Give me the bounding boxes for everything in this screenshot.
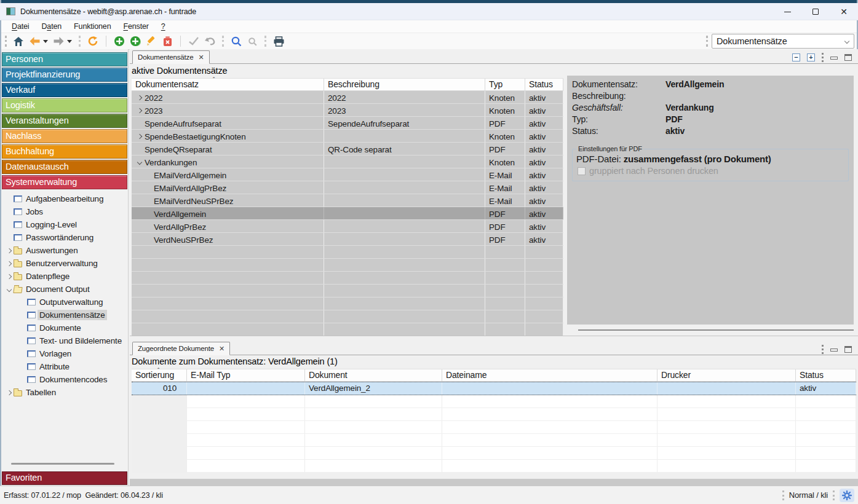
folder-icon <box>14 274 22 280</box>
panel-menu-icon[interactable] <box>822 345 824 354</box>
column-header-dokumentensatz[interactable]: Dokumentensatzˆ <box>132 79 324 91</box>
tree-item-dokumentens-tze[interactable]: Dokumentensätze <box>1 309 129 321</box>
menu-fenster[interactable]: Fenster <box>117 21 154 32</box>
tree-item-vorlagen[interactable]: Vorlagen <box>1 347 129 360</box>
toolbar-grip[interactable] <box>5 36 7 47</box>
column-header-drucker[interactable]: Drucker <box>657 369 796 382</box>
tree-item-dokumentencodes[interactable]: Dokumentencodes <box>1 373 129 386</box>
back-icon[interactable] <box>28 34 41 48</box>
row-chevron[interactable] <box>135 109 143 112</box>
back-dropdown-icon[interactable] <box>43 40 48 43</box>
tab-zugeordnete-dokumente[interactable]: Zugeordnete Dokumente ✕ <box>132 342 230 355</box>
panel-maximize-icon[interactable] <box>844 54 852 61</box>
table-row[interactable]: SpendeBestaetigungKnotenKnotenaktiv <box>132 130 563 143</box>
table-row[interactable]: VerdAllgPrBezPDFaktiv <box>132 220 563 233</box>
search-icon[interactable] <box>229 34 243 48</box>
module-systemverwaltung[interactable]: Systemverwaltung <box>2 175 127 189</box>
column-header-status[interactable]: Status <box>796 369 856 382</box>
column-header-sortierung[interactable]: Sortierungˆ <box>132 369 187 382</box>
edit-pencil-icon[interactable] <box>145 34 158 48</box>
row-chevron[interactable] <box>135 135 143 138</box>
sidebar-horizontal-scrollbar[interactable] <box>11 463 114 465</box>
column-header-typ[interactable]: Typ <box>485 79 525 91</box>
home-icon[interactable] <box>12 34 25 48</box>
add-icon[interactable] <box>113 34 126 48</box>
module-veranstaltungen[interactable]: Veranstaltungen <box>2 114 127 128</box>
tab-dokumentensaetze[interactable]: Dokumentensätze ✕ <box>132 50 210 64</box>
table-row[interactable]: 20232023Knotenaktiv <box>132 104 563 117</box>
tree-item-outputverwaltung[interactable]: Outputverwaltung <box>1 296 129 309</box>
undo-icon[interactable] <box>203 34 216 48</box>
column-header-dokument[interactable]: Dokument <box>305 369 442 382</box>
module-nachlass[interactable]: Nachlass <box>2 129 127 143</box>
column-header-beschreibung[interactable]: Beschreibung <box>324 79 485 91</box>
table-row[interactable]: 20222022Knotenaktiv <box>132 91 563 104</box>
add-copy-icon[interactable] <box>129 34 142 48</box>
delete-trash-icon[interactable] <box>161 34 174 48</box>
panel-maximize-icon[interactable] <box>844 346 852 353</box>
search-secondary-icon[interactable] <box>245 34 259 48</box>
module-selector-value: Dokumentensätze <box>717 36 787 46</box>
confirm-check-icon[interactable] <box>187 34 201 48</box>
tree-item-auswertungen[interactable]: Auswertungen <box>1 244 129 257</box>
tree-item-jobs[interactable]: Jobs <box>1 205 129 218</box>
tree-item-tabellen[interactable]: Tabellen <box>1 386 129 399</box>
settings-button[interactable] <box>840 489 854 502</box>
column-header-dateiname[interactable]: Dateiname <box>442 369 657 382</box>
refresh-icon[interactable] <box>86 34 100 48</box>
tree-item-datenpflege[interactable]: Datenpflege <box>1 270 129 283</box>
menu-daten[interactable]: Daten <box>36 21 67 32</box>
panel-minimize-icon[interactable] <box>830 348 838 352</box>
tree-item-text-und-bildelemente[interactable]: Text- und Bildelemente <box>1 334 129 347</box>
table-row[interactable]: VerdankungenKnotenaktiv <box>132 156 563 168</box>
forward-dropdown-icon[interactable] <box>67 40 72 43</box>
close-button[interactable]: ✕ <box>830 3 858 20</box>
empty-cell <box>525 285 563 297</box>
tree-item-benutzerverwaltung[interactable]: Benutzerverwaltung <box>1 257 129 270</box>
module-logistik[interactable]: Logistik <box>2 98 127 112</box>
detail-horizontal-scrollbar[interactable] <box>578 329 854 331</box>
forward-icon[interactable] <box>52 34 65 48</box>
toolbar-grip[interactable] <box>706 36 708 47</box>
table-row[interactable]: VerdAllgemeinPDFaktiv <box>132 207 563 220</box>
table-row[interactable]: EMailVerdNeuSPrBezE-Mailaktiv <box>132 194 563 207</box>
module-verkauf[interactable]: Verkauf <box>2 83 127 97</box>
minimize-button[interactable] <box>773 3 801 20</box>
tree-item-passwort-nderung[interactable]: Passwortänderung <box>1 231 129 244</box>
panel-minimize-icon[interactable] <box>830 57 838 60</box>
tree-item-dokumente[interactable]: Dokumente <box>1 321 129 334</box>
tree-item-logging-level[interactable]: Logging-Level <box>1 218 129 231</box>
maximize-button[interactable] <box>801 3 830 20</box>
table-row[interactable]: EMailVerdAllgemeinE-Mailaktiv <box>132 168 563 181</box>
tab-close-icon[interactable]: ✕ <box>219 345 224 353</box>
table-row[interactable]: SpendeAufrufseparatSependeAufrufseparatP… <box>132 117 563 130</box>
panel-menu-icon[interactable] <box>822 53 824 62</box>
menu-funktionen[interactable]: Funktionen <box>68 21 116 32</box>
table-row[interactable]: VerdNeuSPrBezPDFaktiv <box>132 233 563 246</box>
pdf-file-row: PDF-Datei: zusammengefasst (pro Dokument… <box>576 154 843 164</box>
panel-splitter[interactable] <box>130 336 858 336</box>
expand-all-icon[interactable]: + <box>807 53 815 61</box>
module-favoriten[interactable]: Favoriten <box>2 471 127 485</box>
tree-item-document-output[interactable]: Document Output <box>1 283 129 296</box>
table-row[interactable]: 010VerdAllgemein_2aktiv <box>132 382 856 395</box>
module-buchhaltung[interactable]: Buchhaltung <box>2 144 127 159</box>
row-chevron[interactable] <box>135 96 143 100</box>
print-icon[interactable] <box>272 34 285 48</box>
menu-datei[interactable]: Datei <box>6 21 34 32</box>
table-row[interactable]: EMailVerdAllgPrBezE-Mailaktiv <box>132 181 563 194</box>
module-personen[interactable]: Personen <box>2 52 127 66</box>
module-selector[interactable]: Dokumentensätze <box>712 34 854 49</box>
menu-[interactable]: ? <box>156 21 171 32</box>
row-chevron[interactable] <box>135 160 143 164</box>
tab-close-icon[interactable]: ✕ <box>198 53 204 61</box>
table-row[interactable]: SpendeQRseparatQR-Code separatPDFaktiv <box>132 143 563 156</box>
module-projektfinanzierung[interactable]: Projektfinanzierung <box>2 68 127 82</box>
collapse-all-icon[interactable]: − <box>792 53 800 61</box>
column-header-e-mail-typ[interactable]: E-Mail Typ <box>187 369 305 382</box>
module-datenaustausch[interactable]: Datenaustausch <box>2 160 127 174</box>
checkbox-icon[interactable] <box>578 167 586 175</box>
tree-item-attribute[interactable]: Attribute <box>1 360 129 373</box>
tree-item-aufgabenbearbeitung[interactable]: Aufgabenbearbeitung <box>1 192 129 205</box>
column-header-status[interactable]: Status <box>525 79 563 91</box>
